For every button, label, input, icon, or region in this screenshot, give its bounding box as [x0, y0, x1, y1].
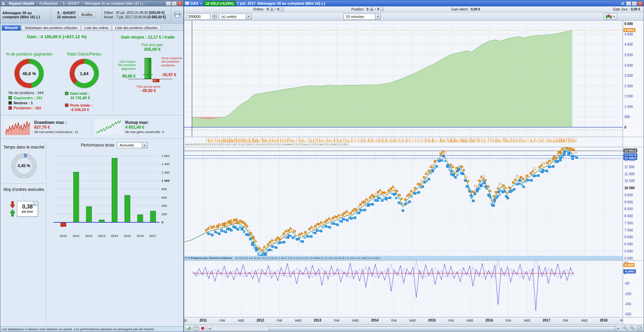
- titlebar-segment-allemagne-30-au-comptant-mini-1[interactable]: Allemagne 30 au comptant (Mini 1€) (-): [82, 2, 146, 5]
- chart-type-button[interactable]: ▼: [604, 13, 617, 20]
- bar-chart-ytick: 0: [161, 220, 163, 224]
- time-axis-label: 2011: [200, 318, 207, 322]
- bar-chart-xtick: 2016: [137, 234, 144, 238]
- monitor-icon: [185, 2, 189, 5]
- time-axis-label: sept.: [581, 318, 588, 322]
- minimize-icon[interactable]: –: [626, 1, 631, 6]
- chart-scrollbar[interactable]: ◀ ▶: [207, 326, 621, 331]
- minimize-icon[interactable]: –: [166, 1, 171, 6]
- position-refresh-icon[interactable]: ↺: [380, 7, 384, 11]
- runup-sub: Nb max gains consécutifs : 6: [125, 130, 180, 134]
- time-axis-label: mai: [620, 318, 623, 322]
- orders-table-icon[interactable]: [193, 326, 198, 331]
- gain-summary: Gain : 4 185,60 € (+837,12 %): [2, 34, 112, 39]
- modify-button[interactable]: Modifier: [78, 12, 96, 17]
- time-axis[interactable]: sept.2011maisept.2012maisept.2013maisept…: [184, 317, 623, 324]
- order-ticks: [206, 138, 576, 142]
- tab-liste-des-ordres[interactable]: Liste des ordres: [81, 25, 111, 30]
- drawdown-value: 827,70 €: [34, 125, 89, 130]
- position-config-icon[interactable]: ▦: [370, 7, 374, 11]
- scroll-right-icon[interactable]: ▶: [616, 326, 621, 330]
- fit-chart-icon[interactable]: [637, 326, 642, 331]
- zoom-out-icon[interactable]: [622, 326, 628, 331]
- axis-tick-label: 500: [624, 115, 630, 119]
- scrollbar-thumb[interactable]: [269, 326, 616, 330]
- time-axis-label: sept.: [295, 318, 302, 322]
- divider: [92, 119, 92, 135]
- legend-swatch: [8, 96, 12, 99]
- tab-liste-des-positions-cl-tur-es[interactable]: Liste des positions clôturées: [112, 25, 161, 30]
- timeframe-select[interactable]: 15 minutes ▼: [343, 14, 381, 20]
- orders-per-day-value: 0,38: [17, 204, 38, 210]
- stepper-up-icon[interactable]: ▲: [213, 14, 217, 17]
- quantity-stepper[interactable]: ▲ ▼: [213, 14, 217, 20]
- biggest-gain-label: Plus gros gain: [134, 43, 171, 47]
- tab-r-sum[interactable]: Résumé: [2, 25, 21, 30]
- orders-refresh-icon[interactable]: ↺: [281, 7, 284, 11]
- bar-chart-xtick: 2014: [111, 234, 118, 238]
- performance-label: Performance brute: [81, 143, 114, 148]
- maximize-icon[interactable]: □: [632, 1, 637, 6]
- chart-stack: 5 0004 5004 0003 5003 0002 5002 0001 500…: [184, 21, 644, 324]
- axis-tick-label: 9 500: [624, 193, 633, 197]
- biggest-loss-label: Plus grosse perte: [135, 85, 162, 88]
- performance-period-select[interactable]: Annuelle ▼: [117, 142, 148, 148]
- chart-options-icon[interactable]: [185, 326, 191, 331]
- chevron-down-icon: ▼: [142, 142, 147, 148]
- price-tag: 4 685,6: [623, 28, 636, 32]
- layout-grid-icon[interactable]: ⊞: [620, 1, 625, 6]
- bar-chart-xtick: 2015: [124, 234, 131, 238]
- drawdown-sub: Nb max pertes consécutives : 11: [34, 130, 89, 134]
- tab-statistiques-des-positions-cl-tur-es[interactable]: Statistiques des positions clôturées: [22, 25, 81, 30]
- axis-tick-label: 2 500: [624, 74, 633, 78]
- price-grid: [184, 147, 623, 260]
- alerts-icon[interactable]: [200, 326, 205, 331]
- maximize-icon[interactable]: □: [172, 1, 177, 6]
- close-icon[interactable]: ✕: [638, 1, 643, 6]
- equity-chart[interactable]: [184, 21, 623, 137]
- close-icon[interactable]: ✕: [177, 1, 182, 6]
- ratio-value: 1,64: [80, 71, 88, 76]
- print-icon[interactable]: [174, 12, 181, 18]
- indicator-axis[interactable]: 500-50-100-150-20011,920-0,4061: [623, 261, 644, 317]
- axis-tick-label: 1 500: [624, 94, 633, 98]
- titlebar-segment-5-short[interactable]: 5 - SHORT: [61, 2, 82, 5]
- axis-tick-label: -200: [624, 312, 631, 316]
- avg-loss-label: Perte moyenne des positions perdantes: [161, 57, 183, 67]
- symbol-dropdown-icon[interactable]: ▼: [200, 2, 202, 5]
- axis-tick-label: 11 000: [624, 172, 635, 176]
- equity-axis[interactable]: 5 0004 5004 0003 5003 0002 5002 0001 500…: [623, 21, 644, 137]
- positions-count: Nb de positions : 344: [4, 91, 54, 95]
- axis-tick-label: 7 500: [624, 221, 633, 225]
- chevron-down-icon: ▼: [613, 15, 615, 18]
- indicator-chart[interactable]: [184, 261, 623, 317]
- strategy-name: 5 - SHORT: [57, 11, 76, 15]
- time-axis-label: mai: [334, 318, 339, 322]
- candlestick-icon: [606, 14, 612, 19]
- units-select[interactable]: (x) unités ▼: [219, 14, 251, 20]
- stepper-down-icon[interactable]: ▼: [213, 17, 217, 20]
- orders-config-icon[interactable]: ▦: [270, 7, 274, 11]
- titlebar-segment-rapport-d-taill[interactable]: Rapport détaillé: [6, 2, 37, 5]
- time-axis-corner: [623, 317, 644, 324]
- axis-tick-label: 5 000: [624, 256, 633, 260]
- time-axis-label: 2015: [428, 318, 436, 322]
- price-tag: 12 640,6: [623, 149, 637, 153]
- volume-strip-data: 8 | 13,3 5 | 3 0 ,8 | 8,7 3 | 0 | 2,8 ,8…: [236, 257, 380, 260]
- bar-chart-xtick: 2012: [85, 234, 92, 238]
- chart-instrument: Allemagne 30 au comptant (Mini 1€) (-): [257, 1, 325, 5]
- legend-item-gagnantes: Gagnantes : 161: [4, 96, 54, 100]
- axis-tick-label: 2 000: [624, 84, 633, 88]
- bar-chart-grid: [53, 156, 159, 222]
- scroll-left-icon[interactable]: ◀: [207, 326, 212, 330]
- titlebar-segment-probacktest[interactable]: ProBacktest: [37, 2, 61, 5]
- price-chart[interactable]: © IT-Finance.com, Données indicées 8 | 1…: [184, 147, 623, 260]
- quantity-input[interactable]: [187, 14, 210, 20]
- zoom-in-icon[interactable]: [629, 326, 635, 331]
- latent-gain: Gain latent : 0,00 €: [451, 7, 480, 11]
- loss-total-label: Perte totale :: [70, 103, 93, 107]
- axis-tick-label: -50: [624, 282, 629, 285]
- loss-total-swatch: [65, 104, 68, 107]
- price-axis[interactable]: 12 00011 50011 00010 50010 0009 5009 000…: [623, 147, 644, 260]
- time-axis-label: mai: [220, 318, 225, 322]
